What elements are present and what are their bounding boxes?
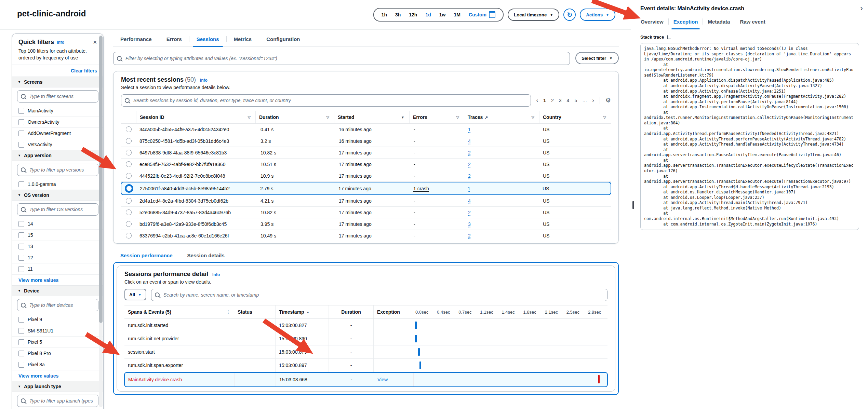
trace-count-link[interactable]: 4 [468,198,471,204]
view-more-values-link-device[interactable]: View more values [12,370,103,381]
column-timestamp-sorted[interactable]: Timestamp [279,309,304,315]
column-resize-handle[interactable]: ⋮ [226,310,230,314]
trace-count-link[interactable]: 4 [468,138,471,144]
perf-detail-info-link[interactable]: Info [212,272,220,277]
session-radio[interactable] [126,161,132,167]
sidebar-scrollbar-thumb[interactable] [99,36,103,323]
timeline-event-marker[interactable] [418,348,420,356]
timezone-dropdown[interactable]: Local timezone ▼ [508,9,559,21]
time-range-1w[interactable]: 1w [435,12,450,17]
filter-option-addownerfragment[interactable]: AddOwnerFragment [12,128,103,139]
checkbox[interactable] [18,244,24,249]
view-exception-link[interactable]: View [377,377,388,382]
previous-page-icon[interactable]: ‹ [536,97,538,104]
timeline-event-marker[interactable] [415,335,417,342]
filter-funnel-icon[interactable]: ▽ [456,115,459,120]
session-row[interactable]: 34ca005b-4b55-44f9-a375-4d0c524342e0 0.4… [121,124,611,135]
session-radio-selected[interactable] [125,184,133,193]
filter-option-pixel5[interactable]: Pixel 5 [12,337,103,348]
page-3[interactable]: 3 [559,98,562,103]
screens-filter-input[interactable] [29,93,95,99]
copy-icon[interactable] [667,35,671,39]
time-range-1m[interactable]: 1M [450,12,464,17]
actions-dropdown[interactable]: Actions ▼ [580,9,615,21]
quick-filters-info-link[interactable]: Info [57,40,64,45]
session-radio[interactable] [126,233,132,238]
page-1[interactable]: 1 [543,98,546,103]
filter-option-pixel8a[interactable]: Pixel 8a [12,359,103,370]
page-5[interactable]: 5 [574,98,577,103]
session-row[interactable]: 63376994-c2bb-41ca-ac8e-60e1d166e26f 10.… [121,230,611,241]
session-radio[interactable] [126,209,132,215]
session-radio[interactable] [126,150,132,155]
filter-option-os-14[interactable]: 14 [12,218,103,230]
crash-count-link[interactable]: 1 crash [413,186,429,191]
filter-option-os-13[interactable]: 13 [12,241,103,252]
session-row[interactable]: 2d4a1ed4-8e2a-4fbd-8304-3d75eb0df62b 4.2… [121,195,611,207]
filter-section-app-version[interactable]: ▼ App version [12,150,103,161]
filter-option-pixel8pro[interactable]: Pixel 8 Pro [12,348,103,359]
filter-funnel-icon[interactable]: ▽ [603,115,606,120]
app-version-filter-input[interactable] [29,167,95,173]
trace-count-link[interactable]: 2 [468,173,471,179]
page-2[interactable]: 2 [551,98,554,103]
span-row[interactable]: rum.sdk.init.started 15:03:00.827 - [124,319,607,332]
filter-option-os-12[interactable]: 12 [12,252,103,263]
tab-session-performance-active[interactable]: Session performance [113,248,180,262]
checkbox[interactable] [18,328,24,334]
tab-metrics[interactable]: Metrics [227,32,259,46]
checkbox[interactable] [18,351,24,356]
time-range-1h[interactable]: 1h [377,12,391,17]
span-row[interactable]: session.start 15:03:00.879 - [124,345,607,359]
filter-funnel-icon[interactable]: ▽ [248,115,251,120]
span-row-crash-selected[interactable]: MainActivity device.crash 15:03:03.668 -… [124,372,608,387]
tab-errors[interactable]: Errors [159,32,189,46]
checkbox[interactable] [18,255,24,261]
checkbox[interactable] [18,181,24,187]
filter-section-os-version[interactable]: ▼ OS version [12,190,103,201]
session-row[interactable]: 444522fb-0e23-4cdf-92f2-7e0e8bc8f048 10.… [121,170,611,182]
trace-count-link[interactable]: 1 [468,127,471,132]
attribute-filter-input[interactable] [125,55,566,62]
device-filter-input[interactable] [29,302,95,308]
timeline-crash-marker[interactable] [598,375,600,383]
trace-count-link[interactable]: 2 [468,233,471,238]
os-version-filter-input[interactable] [29,206,95,213]
column-started-sorted[interactable]: Started [338,114,354,120]
time-range-custom-button[interactable]: Custom [465,11,499,18]
session-radio[interactable] [126,126,132,132]
session-row[interactable]: ece854f3-7632-4abf-9e82-bb7f0fa1a360 10.… [121,159,611,170]
checkbox[interactable] [18,142,24,148]
checkbox[interactable] [18,131,24,136]
time-range-3h[interactable]: 3h [391,12,405,17]
session-radio[interactable] [126,198,132,204]
trace-count-link[interactable]: 2 [468,150,471,155]
session-radio[interactable] [126,173,132,179]
tab-overview[interactable]: Overview [636,14,668,29]
next-page-icon[interactable]: › [592,97,594,104]
filter-option-100gamma[interactable]: 1.0.0-gamma [12,179,103,190]
trace-count-link[interactable]: 3 [468,221,471,227]
filter-option-sms911u1[interactable]: SM-S911U1 [12,325,103,337]
panel-collapse-icon[interactable]: › [860,3,863,13]
filter-option-pixel9[interactable]: Pixel 9 [12,314,103,325]
page-4[interactable]: 4 [567,98,570,103]
app-launch-type-filter-input[interactable] [29,398,95,404]
session-row[interactable]: 875c0250-4581-4d5b-ad3f-05b31dd6c4e3 3.2… [121,135,611,147]
checkbox[interactable] [18,119,24,125]
sort-descending-icon[interactable]: ▼ [401,115,404,119]
event-type-filter-dropdown[interactable]: All ▼ [124,289,146,300]
session-row[interactable]: 6497b838-9df8-4faa-88f9-65646e3c81b3 10.… [121,147,611,159]
filter-option-mainactivity[interactable]: MainActivity [12,105,103,117]
filter-section-app-launch-type[interactable]: ▼ App launch type [12,381,103,392]
trace-count-link[interactable]: 2 [468,162,471,167]
select-filter-dropdown[interactable]: Select filter ▼ [575,52,619,64]
span-row[interactable]: rum.sdk.init.span.exporter 15:03:00.897 … [124,359,607,372]
refresh-button[interactable]: ↻ [563,9,576,21]
checkbox[interactable] [18,362,24,368]
sort-ascending-icon[interactable]: ▲ [306,310,310,314]
filter-funnel-icon[interactable]: ▽ [532,115,534,120]
clear-filters-link[interactable]: Clear filters [71,68,97,73]
session-radio[interactable] [126,138,132,144]
checkbox[interactable] [18,232,24,238]
